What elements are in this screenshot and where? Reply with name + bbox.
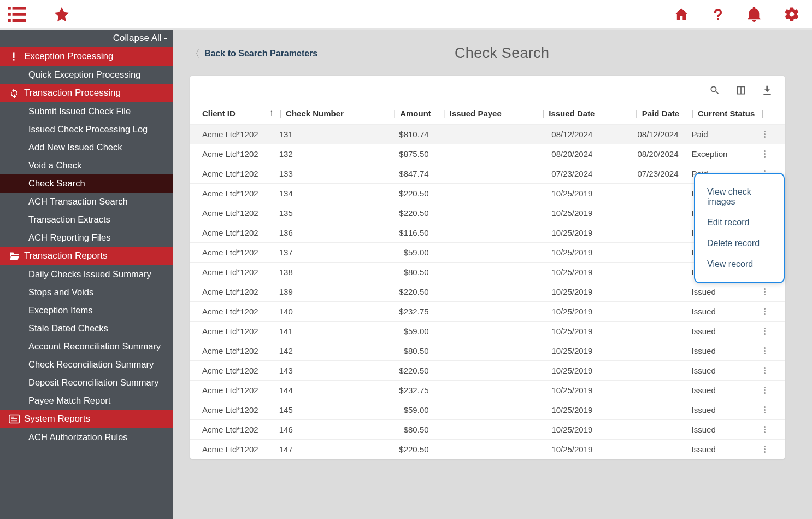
sidebar-section-header[interactable]: Exception Processing <box>0 47 173 66</box>
sidebar-item[interactable]: Deposit Reconciliation Summary <box>0 374 173 392</box>
table-row[interactable]: Acme Ltd*1202 132 $875.50 08/20/2024 08/… <box>190 144 785 164</box>
row-menu-button[interactable] <box>757 387 773 394</box>
row-context-menu: View check imagesEdit recordDelete recor… <box>694 173 785 283</box>
sidebar-item[interactable]: Check Search <box>0 174 173 193</box>
sidebar-item[interactable]: ACH Reporting Files <box>0 229 173 247</box>
kebab-icon <box>764 308 766 315</box>
sidebar-item-label: Exception Items <box>28 305 92 316</box>
table-row[interactable]: Acme Ltd*1202 146 $80.50 10/25/2019 Issu… <box>190 419 785 439</box>
row-menu-button[interactable] <box>757 446 773 453</box>
col-issued-payee[interactable]: |Issued Payee <box>443 108 517 119</box>
context-menu-item[interactable]: View record <box>707 254 772 275</box>
table-row[interactable]: Acme Ltd*1202 142 $80.50 10/25/2019 Issu… <box>190 341 785 360</box>
svg-rect-10 <box>11 418 17 419</box>
cell-client: Acme Ltd*1202 <box>202 307 263 316</box>
star-icon[interactable] <box>52 5 71 23</box>
bell-icon[interactable] <box>746 5 762 23</box>
col-current-status[interactable]: |Current Status <box>691 108 757 119</box>
cell-issued-date: 10/25/2019 <box>517 425 607 434</box>
svg-rect-6 <box>13 53 15 59</box>
cell-client: Acme Ltd*1202 <box>202 169 263 178</box>
cell-issued-date: 10/25/2019 <box>517 228 607 237</box>
sidebar-item-label: Deposit Reconciliation Summary <box>28 377 158 388</box>
cell-check: 145 <box>279 405 374 415</box>
sidebar-item[interactable]: Stops and Voids <box>0 283 173 301</box>
col-check-number[interactable]: |Check Number <box>279 108 374 119</box>
cell-paid-date: 08/20/2024 <box>607 149 691 159</box>
cell-status: Issued <box>692 425 757 434</box>
sidebar-item-label: Submit Issued Check File <box>28 106 131 116</box>
sidebar-item[interactable]: ACH Transaction Search <box>0 193 173 211</box>
context-menu-item[interactable]: View check images <box>707 182 772 212</box>
collapse-all[interactable]: Collapse All - <box>0 30 173 47</box>
row-menu-button[interactable] <box>757 347 773 354</box>
sort-indicator[interactable]: ↑ <box>263 108 279 119</box>
cell-client: Acme Ltd*1202 <box>202 208 263 218</box>
col-paid-date[interactable]: |Paid Date <box>607 108 691 119</box>
table-row[interactable]: Acme Ltd*1202 141 $59.00 10/25/2019 Issu… <box>190 321 785 341</box>
table-row[interactable]: Acme Ltd*1202 131 $810.74 08/12/2024 08/… <box>190 124 785 144</box>
list-icon[interactable] <box>8 7 26 22</box>
columns-icon[interactable] <box>735 85 746 98</box>
row-menu-button[interactable] <box>757 367 773 374</box>
sidebar-item[interactable]: Add New Issued Check <box>0 138 173 156</box>
search-icon[interactable] <box>709 85 720 98</box>
row-menu-button[interactable] <box>757 328 773 335</box>
sidebar-item[interactable]: ACH Authorization Rules <box>0 428 173 446</box>
sidebar-item[interactable]: Daily Checks Issued Summary <box>0 265 173 283</box>
kebab-icon <box>764 347 766 354</box>
row-menu-button[interactable] <box>757 426 773 433</box>
sidebar-item-label: ACH Authorization Rules <box>28 432 128 442</box>
cell-client: Acme Ltd*1202 <box>202 366 263 375</box>
sidebar-item-label: ACH Transaction Search <box>28 196 128 207</box>
row-menu-button[interactable] <box>757 131 773 138</box>
cell-status: Issued <box>692 405 757 415</box>
cell-amount: $80.50 <box>374 346 443 355</box>
sidebar-section-header[interactable]: Transaction Processing <box>0 84 173 102</box>
table-row[interactable]: Acme Ltd*1202 145 $59.00 10/25/2019 Issu… <box>190 400 785 419</box>
table-row[interactable]: Acme Ltd*1202 147 $220.50 10/25/2019 Iss… <box>190 439 785 459</box>
row-menu-button[interactable] <box>757 406 773 413</box>
sidebar-section-header[interactable]: System Reports <box>0 410 173 428</box>
cell-issued-date: 10/25/2019 <box>517 208 607 218</box>
cell-amount: $847.74 <box>374 169 443 178</box>
table-row[interactable]: Acme Ltd*1202 139 $220.50 10/25/2019 Iss… <box>190 282 785 301</box>
context-menu-item[interactable]: Delete record <box>707 233 772 254</box>
cell-issued-date: 10/25/2019 <box>517 326 607 336</box>
download-icon[interactable] <box>762 85 773 98</box>
cell-status: Issued <box>692 366 757 375</box>
sidebar-item[interactable]: Payee Match Report <box>0 392 173 410</box>
kebab-icon <box>764 150 766 158</box>
svg-rect-7 <box>13 59 15 61</box>
cell-client: Acme Ltd*1202 <box>202 405 263 415</box>
sidebar-item-label: Void a Check <box>28 160 81 171</box>
col-issued-date[interactable]: |Issued Date <box>517 108 607 119</box>
sidebar-item[interactable]: Check Reconciliation Summary <box>0 355 173 374</box>
sidebar-item[interactable]: Quick Exception Processing <box>0 66 173 84</box>
kebab-icon <box>764 328 766 335</box>
sidebar-item[interactable]: Exception Items <box>0 301 173 319</box>
row-menu-button[interactable] <box>757 150 773 158</box>
sidebar-item[interactable]: Stale Dated Checks <box>0 319 173 337</box>
sidebar-item[interactable]: Void a Check <box>0 156 173 174</box>
context-menu-item[interactable]: Edit record <box>707 212 772 233</box>
sidebar-section-header[interactable]: Transaction Reports <box>0 247 173 265</box>
col-amount[interactable]: |Amount <box>374 108 443 119</box>
sidebar-item-label: ACH Reporting Files <box>28 232 110 243</box>
cell-status: Issued <box>692 287 757 296</box>
sidebar-item[interactable]: Issued Check Processing Log <box>0 120 173 138</box>
row-menu-button[interactable] <box>757 288 773 295</box>
gear-icon[interactable] <box>784 6 800 22</box>
home-icon[interactable] <box>673 7 690 22</box>
table-row[interactable]: Acme Ltd*1202 144 $232.75 10/25/2019 Iss… <box>190 380 785 400</box>
sidebar-item[interactable]: Submit Issued Check File <box>0 102 173 120</box>
sidebar-item[interactable]: Account Reconciliation Summary <box>0 337 173 355</box>
table-row[interactable]: Acme Ltd*1202 143 $220.50 10/25/2019 Iss… <box>190 360 785 380</box>
col-client-id[interactable]: Client ID <box>202 108 263 119</box>
help-icon[interactable] <box>711 5 725 23</box>
sidebar-item[interactable]: Transaction Extracts <box>0 211 173 229</box>
cell-check: 147 <box>279 445 374 454</box>
row-menu-button[interactable] <box>757 308 773 315</box>
cell-status: Issued <box>692 386 757 395</box>
table-row[interactable]: Acme Ltd*1202 140 $232.75 10/25/2019 Iss… <box>190 301 785 321</box>
